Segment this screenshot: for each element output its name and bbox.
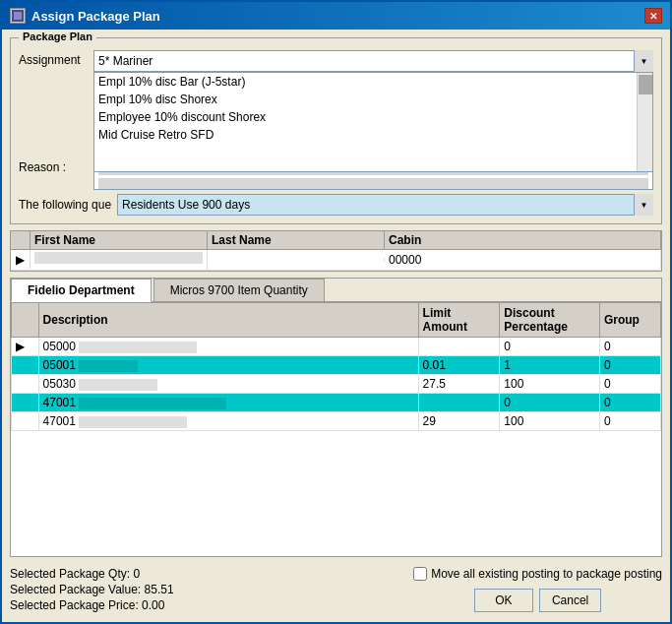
dept-row-desc: 05001 [38, 356, 418, 375]
following-select-wrap: Residents Use 900 days ▼ [117, 194, 653, 216]
following-select[interactable]: Residents Use 900 days [117, 194, 653, 216]
following-dropdown-arrow[interactable]: ▼ [634, 194, 653, 216]
package-plan-legend: Package Plan [19, 31, 96, 42]
footer-section: Selected Package Qty: 0 Selected Package… [10, 563, 662, 614]
tab-micros[interactable]: Micros 9700 Item Quantity [153, 279, 325, 302]
close-button[interactable]: ✕ [644, 8, 662, 24]
dept-row-discount: 1 [500, 356, 600, 375]
dept-row-group: 0 [599, 375, 660, 394]
dropdown-item[interactable]: Mid Cruise Retro SFD [94, 126, 637, 144]
dept-col-description: Description [38, 303, 418, 338]
dept-row-limit [418, 394, 500, 412]
dept-row-indicator: ▶ [12, 338, 39, 356]
tab-bar: Fidelio Department Micros 9700 Item Quan… [11, 279, 661, 301]
footer-right-top: Move all existing posting to package pos… [413, 567, 662, 581]
dept-table-header: Description Limit Amount Discount Percen… [12, 303, 661, 338]
dept-row-limit [418, 338, 500, 356]
cancel-button[interactable]: Cancel [539, 589, 601, 612]
dropdown-scrollbar[interactable] [637, 73, 652, 171]
svg-rect-1 [14, 12, 22, 20]
move-posting-wrap: Move all existing posting to package pos… [413, 567, 662, 581]
dept-table-row[interactable]: 47001 0 0 [12, 394, 661, 412]
dept-col-discount: Discount Percentage [500, 303, 600, 338]
app-icon [10, 8, 26, 24]
dept-table-row[interactable]: 47001 29 100 0 [12, 412, 661, 431]
guest-table-row[interactable]: ▶ 00000 [11, 250, 661, 271]
dept-row-desc: 05000 [38, 338, 418, 356]
dept-col-group: Group [599, 303, 660, 338]
dept-row-limit: 0.01 [418, 356, 500, 375]
firstname-blur [34, 252, 203, 264]
dept-row-discount: 0 [500, 338, 600, 356]
dept-table-row[interactable]: ▶ 05000 0 0 [12, 338, 661, 356]
footer-right: Move all existing posting to package pos… [413, 567, 662, 612]
dept-row-discount: 100 [500, 375, 600, 394]
assignment-control: 5* Mariner ▼ Empl 10% disc Bar (J-5star)… [93, 50, 653, 72]
reason-blurred-3 [98, 178, 648, 190]
main-content: Package Plan Assignment 5* Mariner ▼ Emp… [2, 30, 670, 622]
dept-row-discount: 100 [500, 412, 600, 431]
dept-row-indicator [12, 394, 39, 412]
guest-col-cabin: Cabin [385, 231, 661, 250]
tab-fidelio[interactable]: Fidelio Department [11, 279, 152, 302]
dept-row-discount: 0 [500, 394, 600, 412]
dropdown-item[interactable] [94, 161, 637, 171]
guest-col-indicator [11, 231, 31, 250]
following-label: The following que [19, 198, 111, 212]
move-posting-checkbox[interactable] [413, 567, 427, 581]
dropdown-item[interactable]: Empl 10% disc Shorex [94, 91, 637, 108]
dept-row-group: 0 [599, 338, 660, 356]
guest-row-cabin: 00000 [385, 251, 661, 269]
titlebar-left: Assign Package Plan [10, 8, 160, 24]
dept-row-indicator [12, 412, 39, 431]
tabs-section: Fidelio Department Micros 9700 Item Quan… [10, 278, 662, 557]
dept-table-row[interactable]: 05030 27.5 100 0 [12, 375, 661, 394]
tab-content-fidelio: Description Limit Amount Discount Percen… [11, 301, 661, 556]
main-window: Assign Package Plan ✕ Package Plan Assig… [0, 0, 672, 624]
assignment-dropdown[interactable]: Empl 10% disc Bar (J-5star) Empl 10% dis… [93, 72, 653, 172]
dept-row-indicator [12, 356, 39, 375]
dept-table-row[interactable]: 05001 0.01 1 0 [12, 356, 661, 375]
guest-col-lastname: Last Name [208, 231, 385, 250]
reason-label: Reason : [19, 157, 88, 174]
assignment-select[interactable]: 5* Mariner [93, 50, 653, 72]
scrollbar-thumb [639, 75, 652, 94]
dept-row-indicator [12, 375, 39, 394]
footer-left: Selected Package Qty: 0 Selected Package… [10, 567, 174, 612]
dropdown-item[interactable]: Empl 10% disc Bar (J-5star) [94, 73, 637, 91]
selected-value-text: Selected Package Value: 85.51 [10, 583, 174, 596]
department-table: Description Limit Amount Discount Percen… [11, 302, 661, 431]
assignment-label: Assignment [19, 50, 88, 67]
dept-col-indicator [12, 303, 39, 338]
following-row: The following que Residents Use 900 days… [19, 194, 653, 216]
selected-qty-text: Selected Package Qty: 0 [10, 567, 174, 581]
dept-row-limit: 27.5 [418, 375, 500, 394]
selected-price-text: Selected Package Price: 0.00 [10, 598, 174, 612]
dept-row-desc: 47001 [38, 394, 418, 412]
footer-buttons: OK Cancel [474, 589, 601, 612]
dropdown-item[interactable] [94, 144, 637, 161]
guest-table-section: First Name Last Name Cabin ▶ 00000 [10, 230, 662, 272]
ok-button[interactable]: OK [474, 589, 533, 612]
dept-row-desc: 47001 [38, 412, 418, 431]
dropdown-item[interactable]: Employee 10% discount Shorex [94, 108, 637, 126]
guest-col-firstname: First Name [31, 231, 208, 250]
guest-table-header: First Name Last Name Cabin [11, 231, 661, 250]
titlebar: Assign Package Plan ✕ [2, 2, 670, 30]
guest-row-firstname [31, 250, 208, 270]
dropdown-list-inner: Empl 10% disc Bar (J-5star) Empl 10% dis… [94, 73, 652, 171]
assignment-row: Assignment 5* Mariner ▼ Empl 10% disc Ba… [19, 50, 653, 72]
dept-row-limit: 29 [418, 412, 500, 431]
package-plan-section: Package Plan Assignment 5* Mariner ▼ Emp… [10, 37, 662, 224]
window-title: Assign Package Plan [31, 9, 160, 24]
guest-row-indicator: ▶ [11, 251, 31, 269]
guest-row-lastname [208, 258, 385, 262]
dept-row-group: 0 [599, 356, 660, 375]
dept-row-group: 0 [599, 394, 660, 412]
dept-col-limit: Limit Amount [418, 303, 500, 338]
move-posting-label: Move all existing posting to package pos… [431, 567, 662, 581]
dept-row-desc: 05030 [38, 375, 418, 394]
dept-row-group: 0 [599, 412, 660, 431]
